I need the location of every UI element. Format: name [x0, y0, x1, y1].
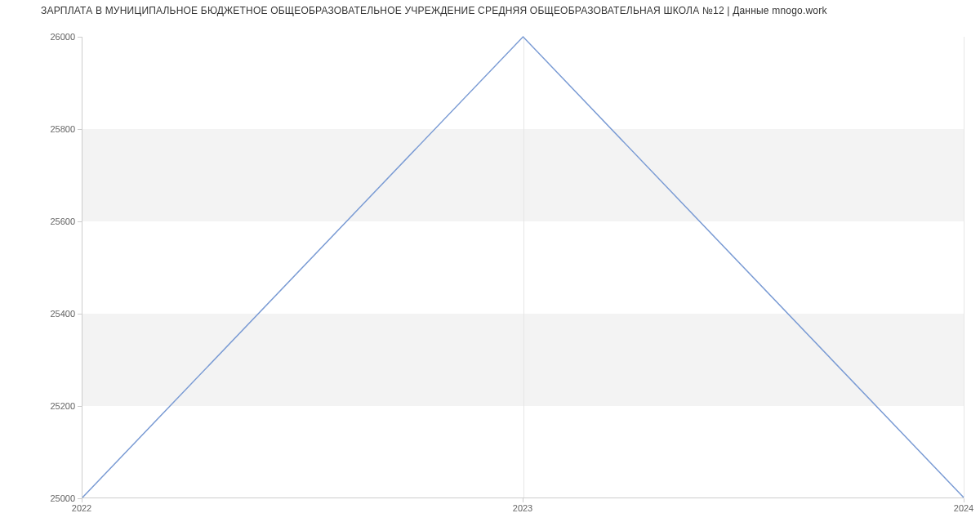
chart-line-svg: [82, 37, 964, 498]
series-line: [82, 37, 964, 498]
y-tick-label: 25800: [50, 124, 75, 134]
x-tick-mark: [964, 498, 964, 502]
chart-title: ЗАРПЛАТА В МУНИЦИПАЛЬНОЕ БЮДЖЕТНОЕ ОБЩЕО…: [41, 5, 827, 16]
plot-area: [82, 37, 964, 498]
x-tick-mark: [523, 498, 523, 502]
chart-container: ЗАРПЛАТА В МУНИЦИПАЛЬНОЕ БЮДЖЕТНОЕ ОБЩЕО…: [0, 0, 980, 531]
x-tick-label: 2022: [72, 503, 91, 513]
y-tick-label: 25600: [50, 216, 75, 226]
y-tick-label: 25000: [50, 493, 75, 503]
x-tick-label: 2023: [513, 503, 532, 513]
y-tick-label: 26000: [50, 32, 75, 42]
x-tick-label: 2024: [954, 503, 973, 513]
y-tick-label: 25200: [50, 401, 75, 411]
gridline-x: [964, 37, 964, 498]
y-tick-label: 25400: [50, 309, 75, 319]
x-tick-mark: [82, 498, 82, 502]
